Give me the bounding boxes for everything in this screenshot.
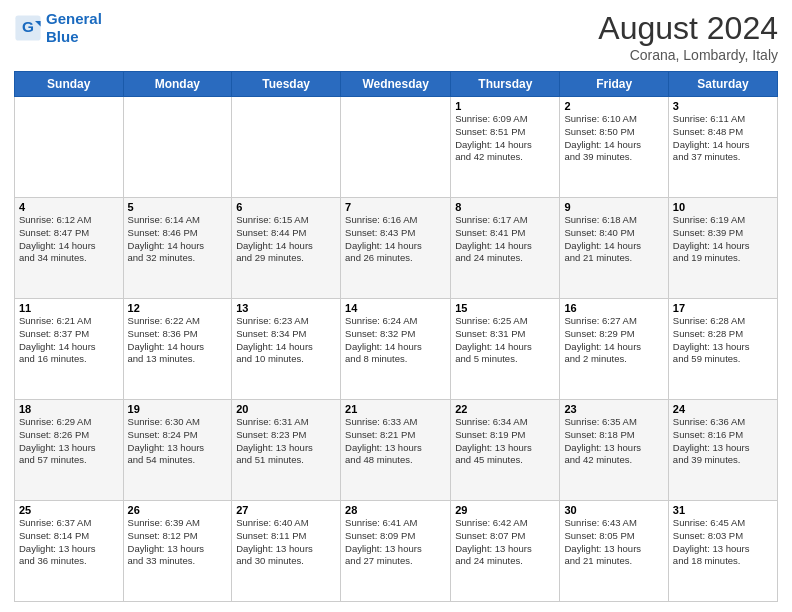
- weekday-monday: Monday: [123, 72, 232, 97]
- day-info: Sunrise: 6:18 AM Sunset: 8:40 PM Dayligh…: [564, 214, 663, 265]
- day-cell: 4Sunrise: 6:12 AM Sunset: 8:47 PM Daylig…: [15, 198, 124, 299]
- day-number: 7: [345, 201, 446, 213]
- day-number: 25: [19, 504, 119, 516]
- day-info: Sunrise: 6:43 AM Sunset: 8:05 PM Dayligh…: [564, 517, 663, 568]
- day-info: Sunrise: 6:22 AM Sunset: 8:36 PM Dayligh…: [128, 315, 228, 366]
- day-info: Sunrise: 6:35 AM Sunset: 8:18 PM Dayligh…: [564, 416, 663, 467]
- day-number: 31: [673, 504, 773, 516]
- header: G General Blue August 2024 Corana, Lomba…: [14, 10, 778, 63]
- day-cell: 14Sunrise: 6:24 AM Sunset: 8:32 PM Dayli…: [341, 299, 451, 400]
- day-cell: 30Sunrise: 6:43 AM Sunset: 8:05 PM Dayli…: [560, 501, 668, 602]
- svg-text:G: G: [22, 18, 34, 35]
- day-cell: 11Sunrise: 6:21 AM Sunset: 8:37 PM Dayli…: [15, 299, 124, 400]
- day-cell: 17Sunrise: 6:28 AM Sunset: 8:28 PM Dayli…: [668, 299, 777, 400]
- title-block: August 2024 Corana, Lombardy, Italy: [598, 10, 778, 63]
- day-cell: 15Sunrise: 6:25 AM Sunset: 8:31 PM Dayli…: [451, 299, 560, 400]
- day-number: 16: [564, 302, 663, 314]
- day-info: Sunrise: 6:31 AM Sunset: 8:23 PM Dayligh…: [236, 416, 336, 467]
- day-number: 11: [19, 302, 119, 314]
- day-number: 17: [673, 302, 773, 314]
- day-info: Sunrise: 6:17 AM Sunset: 8:41 PM Dayligh…: [455, 214, 555, 265]
- day-cell: 16Sunrise: 6:27 AM Sunset: 8:29 PM Dayli…: [560, 299, 668, 400]
- day-info: Sunrise: 6:23 AM Sunset: 8:34 PM Dayligh…: [236, 315, 336, 366]
- day-info: Sunrise: 6:45 AM Sunset: 8:03 PM Dayligh…: [673, 517, 773, 568]
- day-number: 2: [564, 100, 663, 112]
- day-number: 29: [455, 504, 555, 516]
- weekday-friday: Friday: [560, 72, 668, 97]
- day-number: 5: [128, 201, 228, 213]
- main-title: August 2024: [598, 10, 778, 47]
- day-info: Sunrise: 6:16 AM Sunset: 8:43 PM Dayligh…: [345, 214, 446, 265]
- day-number: 10: [673, 201, 773, 213]
- day-number: 15: [455, 302, 555, 314]
- weekday-wednesday: Wednesday: [341, 72, 451, 97]
- day-number: 23: [564, 403, 663, 415]
- day-cell: 20Sunrise: 6:31 AM Sunset: 8:23 PM Dayli…: [232, 400, 341, 501]
- weekday-tuesday: Tuesday: [232, 72, 341, 97]
- day-number: 9: [564, 201, 663, 213]
- day-cell: 21Sunrise: 6:33 AM Sunset: 8:21 PM Dayli…: [341, 400, 451, 501]
- day-number: 21: [345, 403, 446, 415]
- day-number: 26: [128, 504, 228, 516]
- page: G General Blue August 2024 Corana, Lomba…: [0, 0, 792, 612]
- day-cell: 10Sunrise: 6:19 AM Sunset: 8:39 PM Dayli…: [668, 198, 777, 299]
- day-cell: [123, 97, 232, 198]
- weekday-thursday: Thursday: [451, 72, 560, 97]
- day-cell: 8Sunrise: 6:17 AM Sunset: 8:41 PM Daylig…: [451, 198, 560, 299]
- week-row-2: 4Sunrise: 6:12 AM Sunset: 8:47 PM Daylig…: [15, 198, 778, 299]
- day-info: Sunrise: 6:21 AM Sunset: 8:37 PM Dayligh…: [19, 315, 119, 366]
- day-info: Sunrise: 6:11 AM Sunset: 8:48 PM Dayligh…: [673, 113, 773, 164]
- day-cell: 27Sunrise: 6:40 AM Sunset: 8:11 PM Dayli…: [232, 501, 341, 602]
- day-number: 13: [236, 302, 336, 314]
- day-cell: [232, 97, 341, 198]
- day-info: Sunrise: 6:15 AM Sunset: 8:44 PM Dayligh…: [236, 214, 336, 265]
- day-cell: 19Sunrise: 6:30 AM Sunset: 8:24 PM Dayli…: [123, 400, 232, 501]
- day-cell: 18Sunrise: 6:29 AM Sunset: 8:26 PM Dayli…: [15, 400, 124, 501]
- day-cell: 29Sunrise: 6:42 AM Sunset: 8:07 PM Dayli…: [451, 501, 560, 602]
- day-info: Sunrise: 6:24 AM Sunset: 8:32 PM Dayligh…: [345, 315, 446, 366]
- day-cell: 6Sunrise: 6:15 AM Sunset: 8:44 PM Daylig…: [232, 198, 341, 299]
- weekday-header-row: SundayMondayTuesdayWednesdayThursdayFrid…: [15, 72, 778, 97]
- day-number: 8: [455, 201, 555, 213]
- day-cell: 3Sunrise: 6:11 AM Sunset: 8:48 PM Daylig…: [668, 97, 777, 198]
- day-number: 6: [236, 201, 336, 213]
- day-number: 12: [128, 302, 228, 314]
- subtitle: Corana, Lombardy, Italy: [598, 47, 778, 63]
- day-cell: 1Sunrise: 6:09 AM Sunset: 8:51 PM Daylig…: [451, 97, 560, 198]
- day-info: Sunrise: 6:09 AM Sunset: 8:51 PM Dayligh…: [455, 113, 555, 164]
- day-number: 24: [673, 403, 773, 415]
- day-number: 4: [19, 201, 119, 213]
- day-cell: 2Sunrise: 6:10 AM Sunset: 8:50 PM Daylig…: [560, 97, 668, 198]
- day-cell: 26Sunrise: 6:39 AM Sunset: 8:12 PM Dayli…: [123, 501, 232, 602]
- day-info: Sunrise: 6:25 AM Sunset: 8:31 PM Dayligh…: [455, 315, 555, 366]
- day-number: 18: [19, 403, 119, 415]
- day-cell: [15, 97, 124, 198]
- logo-icon: G: [14, 14, 42, 42]
- logo-blue: Blue: [46, 28, 79, 45]
- day-info: Sunrise: 6:40 AM Sunset: 8:11 PM Dayligh…: [236, 517, 336, 568]
- week-row-4: 18Sunrise: 6:29 AM Sunset: 8:26 PM Dayli…: [15, 400, 778, 501]
- day-info: Sunrise: 6:29 AM Sunset: 8:26 PM Dayligh…: [19, 416, 119, 467]
- day-info: Sunrise: 6:27 AM Sunset: 8:29 PM Dayligh…: [564, 315, 663, 366]
- day-cell: 28Sunrise: 6:41 AM Sunset: 8:09 PM Dayli…: [341, 501, 451, 602]
- day-cell: 13Sunrise: 6:23 AM Sunset: 8:34 PM Dayli…: [232, 299, 341, 400]
- day-number: 28: [345, 504, 446, 516]
- day-info: Sunrise: 6:39 AM Sunset: 8:12 PM Dayligh…: [128, 517, 228, 568]
- weekday-saturday: Saturday: [668, 72, 777, 97]
- logo: G General Blue: [14, 10, 102, 46]
- day-number: 30: [564, 504, 663, 516]
- day-info: Sunrise: 6:33 AM Sunset: 8:21 PM Dayligh…: [345, 416, 446, 467]
- logo-text: General Blue: [46, 10, 102, 46]
- day-number: 20: [236, 403, 336, 415]
- day-info: Sunrise: 6:34 AM Sunset: 8:19 PM Dayligh…: [455, 416, 555, 467]
- day-cell: 31Sunrise: 6:45 AM Sunset: 8:03 PM Dayli…: [668, 501, 777, 602]
- day-cell: 23Sunrise: 6:35 AM Sunset: 8:18 PM Dayli…: [560, 400, 668, 501]
- day-number: 14: [345, 302, 446, 314]
- day-cell: 7Sunrise: 6:16 AM Sunset: 8:43 PM Daylig…: [341, 198, 451, 299]
- day-info: Sunrise: 6:41 AM Sunset: 8:09 PM Dayligh…: [345, 517, 446, 568]
- logo-general: General: [46, 10, 102, 27]
- day-cell: 9Sunrise: 6:18 AM Sunset: 8:40 PM Daylig…: [560, 198, 668, 299]
- week-row-5: 25Sunrise: 6:37 AM Sunset: 8:14 PM Dayli…: [15, 501, 778, 602]
- day-info: Sunrise: 6:12 AM Sunset: 8:47 PM Dayligh…: [19, 214, 119, 265]
- day-number: 19: [128, 403, 228, 415]
